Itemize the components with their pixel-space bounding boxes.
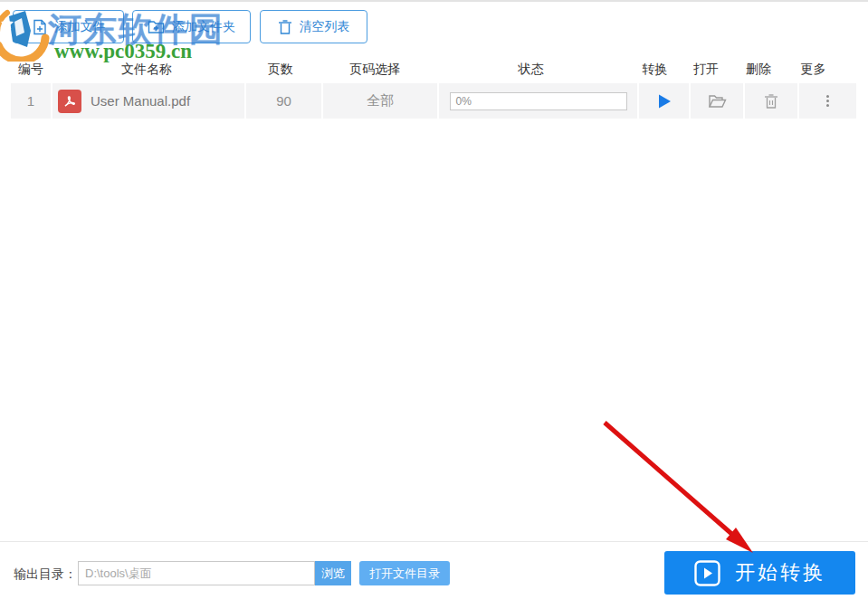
row-file-cell: User Manual.pdf xyxy=(52,83,244,119)
row-index: 1 xyxy=(11,83,51,119)
row-status-cell: 0% xyxy=(439,83,637,119)
row-pages: 90 xyxy=(246,83,321,119)
open-folder-icon xyxy=(708,93,727,109)
table-header: 编号 文件名称 页数 页码选择 状态 转换 打开 删除 更多 xyxy=(11,58,858,81)
trash-icon xyxy=(764,93,778,109)
header-convert: 转换 xyxy=(630,58,680,81)
header-page-selection: 页码选择 xyxy=(318,58,432,81)
more-ellipsis-icon xyxy=(826,95,829,107)
header-index: 编号 xyxy=(11,58,51,81)
start-convert-label: 开始转换 xyxy=(735,559,825,586)
row-file-name: User Manual.pdf xyxy=(91,93,190,109)
pdf-file-icon xyxy=(58,90,81,113)
start-convert-button[interactable]: 开始转换 xyxy=(664,551,855,595)
row-convert-button[interactable] xyxy=(639,83,689,119)
header-file-name: 文件名称 xyxy=(51,58,243,81)
clear-list-button[interactable]: 清空列表 xyxy=(260,10,367,43)
window-top-border xyxy=(0,0,868,2)
browse-button[interactable]: 浏览 xyxy=(315,561,351,585)
output-dir-label: 输出目录： xyxy=(14,566,77,583)
header-open: 打开 xyxy=(680,58,732,81)
row-more-button[interactable] xyxy=(799,83,856,119)
progress-text: 0% xyxy=(456,95,472,108)
header-more: 更多 xyxy=(785,58,842,81)
start-play-icon xyxy=(694,560,720,586)
table-row: 1 User Manual.pdf 90 全部 0% xyxy=(11,83,858,119)
add-file-button[interactable]: 添加文件 xyxy=(13,10,124,43)
add-folder-button[interactable]: 添加文件夹 xyxy=(132,10,251,43)
pdf-converter-window: { "watermark": { "site_name": "河东软件园", "… xyxy=(0,0,868,609)
header-status: 状态 xyxy=(432,58,630,81)
clear-list-label: 清空列表 xyxy=(300,19,350,35)
row-delete-button[interactable] xyxy=(745,83,797,119)
output-dir-input[interactable] xyxy=(78,561,315,585)
play-icon xyxy=(656,93,672,109)
add-file-label: 添加文件 xyxy=(55,19,106,35)
trash-icon xyxy=(278,19,292,35)
file-plus-icon xyxy=(32,19,48,35)
folder-plus-icon xyxy=(148,19,165,34)
row-page-selection[interactable]: 全部 xyxy=(323,83,437,119)
header-pages: 页数 xyxy=(243,58,318,81)
row-open-button[interactable] xyxy=(691,83,743,119)
add-folder-label: 添加文件夹 xyxy=(172,19,235,35)
progress-bar: 0% xyxy=(450,92,627,110)
header-delete: 删除 xyxy=(732,58,785,81)
open-file-dir-button[interactable]: 打开文件目录 xyxy=(359,561,450,585)
footer-divider xyxy=(0,541,868,542)
